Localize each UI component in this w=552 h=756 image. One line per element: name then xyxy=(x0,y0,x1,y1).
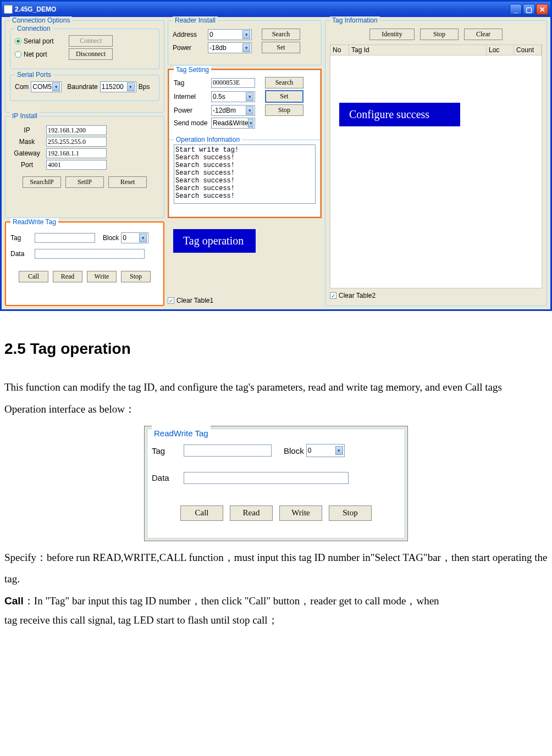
chevron-down-icon: ▾ xyxy=(335,446,343,455)
rw2-block-value: 0 xyxy=(308,444,312,458)
gateway-input[interactable] xyxy=(46,148,107,158)
net-port-radio[interactable] xyxy=(15,51,21,58)
call-button[interactable]: Call xyxy=(19,271,48,282)
readwrite-tag-group: ReadWrite Tag Tag Block 0 ▾ Data xyxy=(5,221,164,306)
reader-install-group: Reader Install Address 0 ▾ Search Power … xyxy=(168,20,322,65)
maximize-button[interactable]: ▢ xyxy=(523,4,535,15)
window-title: 2.45G_DEMO xyxy=(15,5,56,13)
read-button[interactable]: Read xyxy=(53,271,82,282)
ts-power-label: Power xyxy=(174,107,209,114)
chevron-down-icon: ▾ xyxy=(127,82,135,91)
ts-search-button[interactable]: Search xyxy=(265,77,303,88)
ts-stop-button[interactable]: Stop xyxy=(265,104,303,116)
mask-label: Mask xyxy=(10,138,44,146)
ri-address-value: 0 xyxy=(209,31,213,38)
connection-group: Connection Serial port Connect Net port … xyxy=(10,29,159,69)
operation-info-title: Operation Information xyxy=(174,136,242,143)
port-input[interactable] xyxy=(46,160,107,170)
rw2-stop-button[interactable]: Stop xyxy=(329,505,372,521)
ip-input[interactable] xyxy=(46,125,107,135)
rw2-block-select[interactable]: 0 ▾ xyxy=(306,444,345,457)
stop-rw-button[interactable]: Stop xyxy=(121,271,151,282)
ts-power-select[interactable]: -12dBm ▾ xyxy=(211,105,255,116)
ts-send-select[interactable]: Read&Write ▾ xyxy=(211,118,255,129)
rw2-read-button[interactable]: Read xyxy=(230,505,273,521)
rw2-title: ReadWrite Tag xyxy=(152,425,211,442)
com-value: COM5 xyxy=(32,83,52,91)
ts-set-button[interactable]: Set xyxy=(265,90,303,103)
reset-button[interactable]: Reset xyxy=(108,176,147,188)
connection-options-group: Connection Options Connection Serial por… xyxy=(5,20,164,113)
ip-install-title: IP Install xyxy=(10,112,40,120)
com-select[interactable]: COM5 ▾ xyxy=(31,81,62,92)
ts-internel-select[interactable]: 0.5s ▾ xyxy=(211,91,255,102)
serial-ports-title: Serial Ports xyxy=(15,71,53,79)
ri-power-label: Power xyxy=(173,44,206,52)
ts-tag-label: Tag xyxy=(174,79,209,87)
ts-tag-input[interactable] xyxy=(211,78,255,88)
ri-search-button[interactable]: Search xyxy=(262,29,300,40)
serial-port-label: Serial port xyxy=(24,37,67,45)
chevron-down-icon: ▾ xyxy=(248,119,253,127)
gateway-label: Gateway xyxy=(10,149,44,157)
taginfo-table-body: Configure success xyxy=(330,55,542,288)
app-icon xyxy=(4,5,13,14)
reader-install-title: Reader Install xyxy=(173,16,218,24)
ip-label: IP xyxy=(10,126,44,134)
tag-setting-group: Tag Setting Tag Search Internel 0.5s ▾ xyxy=(169,70,321,140)
doc-p3: Specify：before run READ,WRITE,CALL funct… xyxy=(4,547,548,591)
section-heading: 2.5 Tag operation xyxy=(4,333,548,365)
searchip-button[interactable]: SearchIP xyxy=(23,176,61,188)
rw2-write-button[interactable]: Write xyxy=(279,505,322,521)
minimize-button[interactable]: _ xyxy=(510,4,522,15)
write-button[interactable]: Write xyxy=(87,271,117,282)
connection-options-title: Connection Options xyxy=(10,16,72,24)
rw2-block-label: Block xyxy=(284,442,304,460)
rw-data-input[interactable] xyxy=(35,249,145,259)
disconnect-button[interactable]: Disconnect xyxy=(69,48,113,60)
titlebar: 2.45G_DEMO _ ▢ ✕ xyxy=(2,2,550,17)
clear-table1-checkbox[interactable]: ✓ xyxy=(168,297,174,304)
tag-information-title: Tag Information xyxy=(330,16,380,24)
ts-send-value: Read&Write xyxy=(213,119,248,127)
operation-info-group: Operation Information Start write tag! S… xyxy=(169,140,321,217)
readwrite-figure: ReadWrite Tag Tag Block 0 ▾ Data Call xyxy=(144,426,408,541)
close-button[interactable]: ✕ xyxy=(536,4,548,15)
configure-success-callout: Configure success xyxy=(339,103,460,126)
identity-button[interactable]: Identity xyxy=(369,29,415,40)
taginfo-clear-button[interactable]: Clear xyxy=(464,29,503,40)
serial-ports-group: Serial Ports Com COM5 ▾ Baundrate 115200… xyxy=(10,75,159,101)
rw-tag-input[interactable] xyxy=(35,233,95,243)
baudrate-select[interactable]: 115200 ▾ xyxy=(100,81,136,92)
doc-p1: This function can modify the tag ID, and… xyxy=(4,376,548,398)
taginfo-table-header: No Tag Id Loc Count xyxy=(330,45,542,55)
rw-data-label: Data xyxy=(10,250,32,258)
doc-p4: Call：In "Tag" bar input this tag ID numb… xyxy=(4,590,548,612)
chevron-down-icon: ▾ xyxy=(242,43,250,52)
connection-title: Connection xyxy=(15,25,53,32)
connect-button[interactable]: Connect xyxy=(69,35,113,47)
taginfo-stop-button[interactable]: Stop xyxy=(420,29,459,40)
ri-address-select[interactable]: 0 ▾ xyxy=(208,29,252,40)
ri-set-button[interactable]: Set xyxy=(262,42,300,53)
setip-button[interactable]: SetIP xyxy=(65,176,104,188)
col-loc: Loc xyxy=(487,45,514,55)
ri-power-select[interactable]: -18db ▾ xyxy=(208,42,252,53)
rw-block-label: Block xyxy=(103,234,119,242)
rw2-data-input[interactable] xyxy=(184,472,349,484)
mask-input[interactable] xyxy=(46,137,107,147)
doc-p4-strong: Call xyxy=(4,595,24,607)
ts-internel-label: Internel xyxy=(174,93,209,101)
chevron-down-icon: ▾ xyxy=(242,30,250,39)
chevron-down-icon: ▾ xyxy=(52,82,60,91)
rw-block-select[interactable]: 0 ▾ xyxy=(121,232,148,243)
bps-label: Bps xyxy=(139,83,150,91)
rw2-call-button[interactable]: Call xyxy=(180,505,223,521)
ts-internel-value: 0.5s xyxy=(213,93,225,101)
ts-send-label: Send mode xyxy=(174,119,209,127)
serial-port-radio[interactable] xyxy=(15,38,21,45)
rw2-tag-input[interactable] xyxy=(184,444,272,457)
baudrate-value: 115200 xyxy=(102,83,124,91)
clear-table2-checkbox[interactable]: ✓ xyxy=(330,292,336,299)
rw2-data-label: Data xyxy=(152,469,181,487)
